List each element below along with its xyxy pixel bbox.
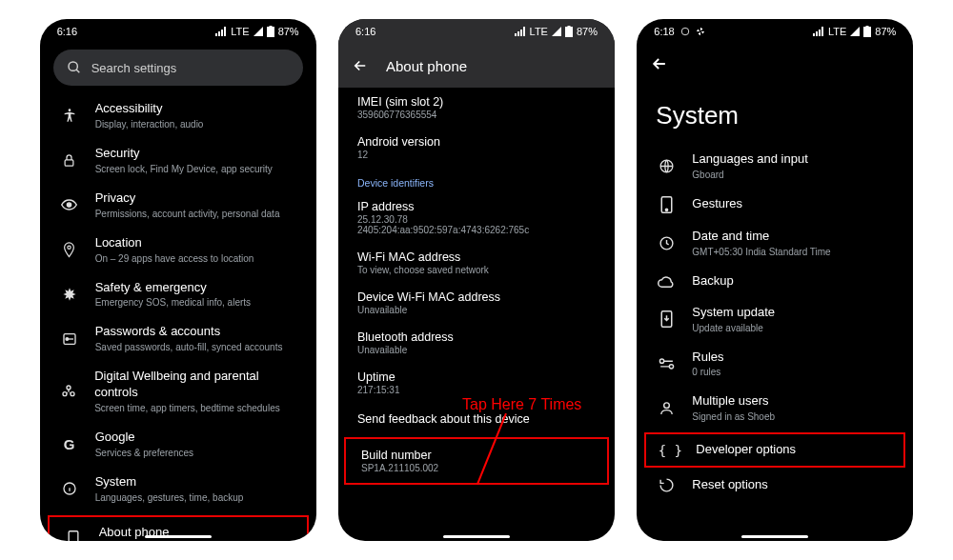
svg-line-3 — [76, 70, 79, 72]
item-rules[interactable]: Rules0 rules — [642, 342, 907, 387]
search-input[interactable]: Search settings — [53, 50, 303, 86]
svg-point-4 — [68, 110, 71, 112]
key-icon — [59, 331, 80, 347]
lte-label: LTE — [530, 26, 548, 37]
status-bar: 6:16 LTE 87% — [338, 19, 615, 44]
row-uptime[interactable]: Uptime 217:15:31 — [338, 363, 615, 403]
row-device-wifi-mac[interactable]: Device Wi-Fi MAC address Unavailable — [338, 283, 615, 323]
row-android-version[interactable]: Android version 12 — [338, 128, 615, 168]
row-feedback[interactable]: Send feedback about this device — [338, 403, 615, 435]
lock-icon — [59, 153, 80, 168]
svg-rect-19 — [567, 26, 570, 28]
item-location[interactable]: LocationOn – 29 apps have access to loca… — [46, 228, 311, 272]
item-gestures[interactable]: Gestures — [642, 189, 907, 221]
svg-point-20 — [681, 28, 689, 35]
back-icon[interactable] — [352, 57, 369, 74]
row-build-number[interactable]: Build number SP1A.211105.002 — [344, 437, 609, 485]
item-sub: Update available — [692, 322, 775, 334]
item-title: Accessibility — [95, 101, 204, 117]
row-sub: Unavailable — [357, 345, 596, 355]
row-sub: 12 — [357, 150, 596, 160]
reset-icon — [656, 477, 677, 493]
item-passwords[interactable]: Passwords & accountsSaved passwords, aut… — [46, 316, 311, 361]
row-sub: 25.12.30.78 2405:204:aa:9502:597a:4743:6… — [357, 214, 596, 235]
svg-point-25 — [665, 209, 667, 210]
header-plain — [637, 44, 913, 84]
item-sub: Languages, gestures, time, backup — [95, 491, 244, 504]
row-title: Wi-Fi MAC address — [357, 250, 596, 264]
svg-rect-5 — [65, 160, 73, 166]
nav-indicator — [443, 535, 510, 538]
item-sub: Permissions, account activity, personal … — [95, 208, 280, 220]
battery-icon — [863, 26, 871, 37]
item-multiple-users[interactable]: Multiple usersSigned in as Shoeb — [642, 386, 907, 430]
row-title: Device Wi-Fi MAC address — [357, 290, 596, 304]
status-time: 6:16 — [355, 26, 375, 37]
status-bar: 6:16 LTE 87% — [40, 19, 316, 44]
item-sub: Gboard — [692, 169, 807, 181]
row-title: Uptime — [357, 370, 596, 384]
item-sub: Signed in as Shoeb — [692, 410, 775, 423]
gestures-icon — [656, 196, 677, 213]
item-sub: 0 rules — [692, 366, 723, 378]
battery-icon — [565, 26, 573, 37]
status-app-icon — [680, 27, 690, 36]
svg-rect-21 — [863, 27, 871, 37]
item-system-update[interactable]: System updateUpdate available — [642, 297, 907, 342]
svg-rect-0 — [267, 27, 274, 37]
status-time: 6:18 — [654, 26, 674, 37]
signal-icon — [515, 27, 526, 36]
item-security[interactable]: SecurityScreen lock, Find My Device, app… — [46, 138, 311, 183]
item-title: Rules — [692, 350, 723, 366]
item-title: Date and time — [692, 229, 830, 245]
settings-list: AccessibilityDisplay, interaction, audio… — [40, 93, 316, 541]
item-title: Gestures — [692, 196, 742, 212]
signal-icon — [813, 27, 824, 36]
status-time: 6:16 — [57, 26, 77, 37]
row-ip[interactable]: IP address 25.12.30.78 2405:204:aa:9502:… — [338, 192, 615, 243]
item-developer-options[interactable]: { } Developer options — [644, 432, 905, 468]
svg-rect-16 — [69, 531, 78, 541]
status-right: LTE 87% — [813, 26, 896, 37]
svg-point-30 — [663, 403, 669, 409]
item-safety[interactable]: Safety & emergencyEmergency SOS, medical… — [46, 272, 311, 317]
signal-icon — [215, 27, 227, 36]
status-bar: 6:18 LTE 87% — [637, 19, 913, 44]
item-title: Security — [95, 146, 273, 162]
row-wifi-mac[interactable]: Wi-Fi MAC address To view, choose saved … — [338, 243, 615, 283]
item-title: Languages and input — [692, 151, 807, 168]
search-placeholder: Search settings — [91, 61, 177, 75]
item-title: Backup — [692, 273, 733, 290]
item-privacy[interactable]: PrivacyPermissions, account activity, pe… — [46, 183, 311, 228]
row-title: IMEI (sim slot 2) — [357, 95, 596, 109]
item-backup[interactable]: Backup — [642, 266, 907, 297]
battery-pct: 87% — [577, 26, 598, 37]
item-sub: Services & preferences — [95, 447, 193, 459]
item-datetime[interactable]: Date and timeGMT+05:30 India Standard Ti… — [642, 221, 907, 266]
battery-pct: 87% — [875, 26, 896, 37]
users-icon — [656, 400, 677, 416]
item-title: Reset options — [692, 477, 768, 493]
item-reset-options[interactable]: Reset options — [642, 470, 907, 501]
status-right: LTE 87% — [515, 26, 598, 37]
status-app-icon-2 — [696, 27, 705, 36]
item-google[interactable]: G GoogleServices & preferences — [46, 422, 311, 467]
item-system[interactable]: SystemLanguages, gestures, time, backup — [46, 467, 311, 511]
wellbeing-icon — [59, 384, 80, 399]
row-imei[interactable]: IMEI (sim slot 2) 359606776365554 — [338, 88, 615, 128]
row-title: Build number — [361, 449, 592, 462]
item-accessibility[interactable]: AccessibilityDisplay, interaction, audio — [46, 93, 311, 138]
item-languages[interactable]: Languages and inputGboard — [642, 144, 907, 189]
phone-settings: 6:16 LTE 87% Search settings Accessibili… — [40, 19, 316, 541]
row-bt-address[interactable]: Bluetooth address Unavailable — [338, 323, 615, 363]
item-title: Digital Wellbeing and parental controls — [94, 369, 301, 401]
item-wellbeing[interactable]: Digital Wellbeing and parental controlsS… — [46, 361, 311, 422]
nav-indicator — [741, 535, 808, 538]
svg-point-29 — [669, 365, 673, 369]
back-icon[interactable] — [650, 54, 669, 73]
item-title: Google — [95, 430, 193, 446]
header-bar: About phone — [338, 44, 615, 88]
item-title: Safety & emergency — [95, 280, 251, 296]
info-icon — [59, 481, 80, 496]
item-sub: Emergency SOS, medical info, alerts — [95, 296, 251, 309]
